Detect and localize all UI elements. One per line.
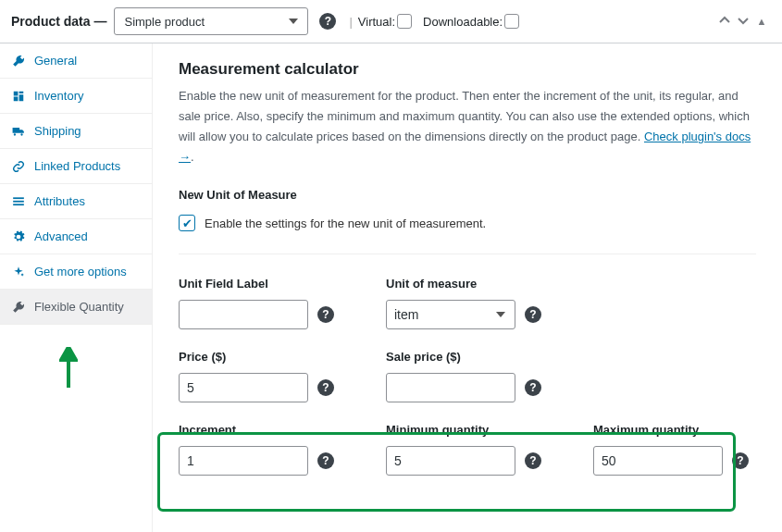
link-icon — [11, 160, 26, 173]
field-unit-label: Unit Field Label ? — [179, 277, 341, 329]
section-heading: New Unit of Measure — [179, 188, 756, 202]
field-label: Sale price ($) — [386, 350, 549, 364]
svg-rect-1 — [13, 200, 24, 202]
help-icon[interactable]: ? — [732, 452, 749, 469]
sidebar-item-label: Shipping — [34, 124, 81, 138]
sidebar-item-label: Inventory — [34, 89, 83, 103]
field-label: Unit Field Label — [179, 277, 341, 291]
help-icon[interactable]: ? — [525, 306, 541, 323]
sidebar-item-advanced[interactable]: Advanced — [0, 219, 152, 254]
truck-icon — [11, 125, 26, 138]
product-data-tabs: General Inventory Shipping Linked Produc… — [0, 43, 153, 532]
downloadable-toggle[interactable]: Downloadable: — [423, 14, 519, 29]
field-label: Unit of measure — [386, 277, 549, 291]
sidebar-item-label: Flexible Quantity — [34, 300, 124, 314]
field-label: Price ($) — [179, 350, 341, 364]
min-quantity-input[interactable] — [386, 446, 515, 476]
move-up-icon[interactable] — [715, 14, 734, 30]
list-icon — [11, 195, 26, 208]
field-max-quantity: Maximum quantity ? — [593, 423, 756, 476]
product-data-header: Product data — Simple product ? | Virtua… — [0, 0, 782, 43]
tab-panel-flexible-quantity: Measurement calculator Enable the new un… — [153, 43, 782, 532]
price-input[interactable] — [179, 373, 308, 402]
page-description: Enable the new unit of measurement for t… — [179, 86, 756, 167]
help-icon[interactable]: ? — [317, 306, 334, 323]
field-price: Price ($) ? — [179, 350, 341, 402]
sidebar-item-general[interactable]: General — [0, 43, 152, 79]
separator: | — [349, 15, 352, 29]
sidebar-item-flexible-quantity[interactable]: Flexible Quantity — [0, 290, 152, 325]
sidebar-item-label: Get more options — [34, 265, 127, 278]
unit-of-measure-select[interactable]: item — [386, 300, 515, 329]
enable-unit-label: Enable the settings for the new unit of … — [205, 217, 486, 230]
unit-field-label-input[interactable] — [179, 300, 308, 329]
sidebar-item-shipping[interactable]: Shipping — [0, 114, 152, 149]
field-sale-price: Sale price ($) ? — [386, 350, 549, 402]
help-icon[interactable]: ? — [525, 379, 541, 396]
wrench-icon — [11, 301, 26, 314]
sidebar-item-label: Attributes — [34, 194, 85, 208]
virtual-checkbox[interactable] — [397, 14, 412, 29]
product-type-select[interactable]: Simple product — [114, 7, 308, 35]
page-title: Measurement calculator — [179, 60, 756, 79]
wrench-icon — [11, 55, 26, 68]
field-label: Minimum quantity — [386, 423, 549, 437]
downloadable-checkbox[interactable] — [504, 14, 519, 29]
sidebar-item-linked-products[interactable]: Linked Products — [0, 149, 152, 184]
field-label: Increment — [179, 423, 341, 437]
increment-input[interactable] — [179, 446, 308, 476]
sidebar-item-attributes[interactable]: Attributes — [0, 184, 152, 219]
sidebar-item-label: Linked Products — [34, 159, 120, 173]
panel-title: Product data — — [11, 14, 106, 29]
collapse-panel-icon[interactable]: ▲ — [752, 16, 771, 27]
sparkle-icon — [11, 266, 26, 278]
sidebar-item-inventory[interactable]: Inventory — [0, 79, 152, 114]
field-unit-of-measure: Unit of measure item ? — [386, 277, 549, 329]
sale-price-input[interactable] — [386, 373, 515, 402]
gear-icon — [11, 230, 26, 243]
max-quantity-input[interactable] — [593, 446, 723, 476]
field-min-quantity: Minimum quantity ? — [386, 423, 549, 476]
divider — [179, 254, 756, 254]
sidebar-item-label: General — [34, 54, 77, 68]
move-down-icon[interactable] — [734, 14, 752, 30]
field-increment: Increment ? — [179, 423, 341, 476]
enable-unit-checkbox[interactable]: ✔ — [179, 215, 195, 231]
inventory-icon — [11, 90, 26, 103]
help-icon[interactable]: ? — [317, 452, 334, 469]
virtual-toggle[interactable]: Virtual: — [358, 14, 412, 29]
help-icon[interactable]: ? — [525, 452, 541, 469]
svg-rect-0 — [13, 197, 24, 199]
help-icon[interactable]: ? — [317, 379, 334, 396]
svg-rect-2 — [13, 204, 24, 205]
sidebar-item-get-more[interactable]: Get more options — [0, 254, 152, 290]
sidebar-item-label: Advanced — [34, 229, 88, 243]
product-type-help-icon[interactable]: ? — [319, 13, 336, 30]
field-label: Maximum quantity — [593, 423, 756, 437]
